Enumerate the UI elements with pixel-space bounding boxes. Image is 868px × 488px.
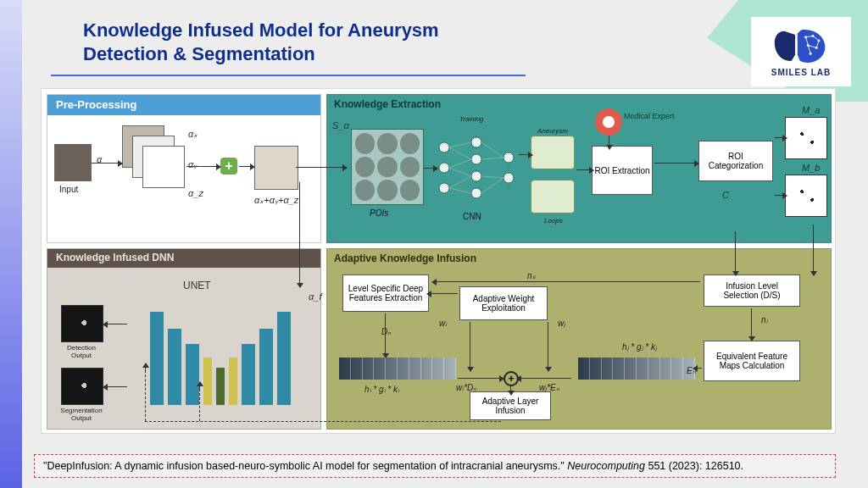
- wi-symbol: wᵢ: [439, 319, 447, 328]
- arrow: [510, 386, 511, 391]
- arrow: [470, 322, 470, 368]
- unet-diagram: [131, 303, 310, 405]
- alpha-sum: αₓ+αᵧ+α_z: [254, 195, 298, 206]
- arrow: [92, 163, 119, 164]
- aneurysm-label: Aneurysm: [537, 127, 568, 135]
- wdn-symbol: wᵢ*Dₙ: [456, 383, 476, 392]
- aneurysm-mini: [531, 136, 575, 169]
- s-alpha-symbol: S_α: [332, 120, 349, 130]
- svg-line-23: [449, 159, 471, 168]
- arrow: [145, 367, 146, 372]
- infusion-selection-box: Infusion Level Selection (D/S): [704, 274, 800, 307]
- left-accent-stripe: [0, 0, 22, 488]
- dashed-arrow: [145, 421, 501, 422]
- segmentation-output-label: Segmentation Output: [59, 407, 103, 422]
- arrow: [296, 167, 343, 168]
- citation-journal: Neurocomputing: [567, 460, 645, 472]
- arrow: [735, 231, 736, 272]
- feature-bar-left: [339, 358, 456, 380]
- arrow: [609, 136, 609, 146]
- svg-line-25: [449, 176, 471, 188]
- citation-box: "DeepInfusion: A dynamic infusion based-…: [34, 454, 836, 478]
- arrow: [199, 385, 200, 391]
- adaptive-weight-box: Adaptive Weight Exploitation: [459, 286, 548, 320]
- citation-rest: 551 (2023): 126510.: [645, 460, 743, 472]
- feature-bar-right: [578, 358, 695, 380]
- summed-thumb: [254, 146, 298, 190]
- svg-line-26: [449, 188, 471, 193]
- arrow: [751, 308, 752, 337]
- lab-name: SMILES LAB: [771, 68, 832, 77]
- segmentation-output-thumb: [61, 368, 103, 405]
- input-label: Input: [59, 185, 78, 194]
- pois-grid: [351, 129, 424, 205]
- ni-symbol: nᵢ: [761, 315, 768, 324]
- panel-adaptive-infusion: Adaptive Knowledge Infusion Level Specif…: [326, 248, 832, 430]
- loops-mini: [531, 180, 575, 214]
- wen-symbol: wⱼ*Eₙ: [539, 383, 559, 392]
- output-ma-thumb: [785, 117, 827, 159]
- arrow: [654, 163, 695, 164]
- arrow: [385, 313, 386, 354]
- arrow: [436, 281, 700, 282]
- svg-point-12: [439, 142, 449, 152]
- svg-line-21: [449, 142, 471, 147]
- preprocessing-header: Pre-Processing: [47, 95, 320, 115]
- adaptive-header: Adaptive Knowledge Infusion: [334, 252, 476, 264]
- ns-symbol: nₛ: [527, 271, 536, 280]
- hgk-right: hⱼ * gⱼ * kⱼ: [622, 342, 657, 352]
- alpha-y: αᵧ: [188, 159, 197, 170]
- mb-symbol: M_b: [802, 163, 820, 173]
- ma-symbol: M_a: [802, 105, 820, 115]
- arrow: [813, 225, 814, 272]
- ki-dnn-header: Knowledge Infused DNN: [47, 249, 320, 268]
- detection-output-label: Detection Output: [59, 344, 103, 359]
- svg-line-24: [449, 168, 471, 176]
- alpha-f: α_f: [309, 291, 321, 302]
- arrow: [548, 322, 548, 368]
- architecture-figure: Pre-Processing Input α αₓ αᵧ α_z + αₓ+αᵧ…: [41, 88, 836, 434]
- arrow: [775, 195, 783, 196]
- arrow: [107, 386, 127, 387]
- arrow: [519, 154, 529, 155]
- svg-point-14: [439, 183, 449, 193]
- alpha-z: α_z: [188, 188, 203, 198]
- input-thumb: [54, 144, 92, 181]
- svg-point-13: [439, 163, 449, 173]
- arrow: [424, 168, 434, 169]
- svg-point-17: [471, 171, 481, 181]
- svg-line-28: [481, 158, 504, 159]
- arrow: [239, 166, 251, 167]
- sum-icon: +: [220, 158, 237, 175]
- arrow: [520, 378, 571, 379]
- adaptive-layer-box: Adaptive Layer Infusion: [470, 391, 551, 420]
- medical-expert-icon: [595, 108, 622, 136]
- c-symbol: C: [722, 190, 729, 200]
- cnn-label: CNN: [463, 212, 481, 221]
- wj-symbol: wⱼ: [558, 319, 565, 328]
- cnn-icon: [434, 134, 519, 202]
- smiles-lab-icon: [771, 27, 831, 66]
- panel-preprocessing: Pre-Processing Input α αₓ αᵧ α_z + αₓ+αᵧ…: [47, 94, 321, 243]
- detection-output-thumb: [61, 305, 103, 342]
- svg-point-15: [471, 137, 481, 147]
- lab-logo-card: SMILES LAB: [751, 17, 851, 86]
- citation-quote: "DeepInfusion: A dynamic infusion based-…: [43, 460, 567, 472]
- output-mb-thumb: [785, 175, 827, 217]
- svg-point-16: [471, 154, 481, 164]
- level-extraction-box: Level Specific Deep Features Extraction: [342, 274, 429, 312]
- panel-knowledge-extraction: Knowledge Extraction S_α POIs CNN Traini…: [326, 94, 832, 243]
- loops-label: Loops: [544, 217, 563, 225]
- svg-line-22: [449, 147, 471, 159]
- arrow: [458, 378, 500, 379]
- dashed-arrow: [199, 389, 200, 421]
- svg-line-27: [481, 142, 504, 158]
- svg-point-20: [504, 173, 514, 183]
- panel-ki-dnn: Knowledge Infused DNN UNET α_f Detection…: [47, 248, 321, 430]
- title-underline: [51, 75, 526, 76]
- arrow: [299, 182, 300, 284]
- arrow: [107, 324, 127, 324]
- unet-label: UNET: [183, 280, 211, 291]
- arrow: [775, 137, 783, 138]
- knowledge-extraction-header: Knowledge Extraction: [334, 98, 441, 110]
